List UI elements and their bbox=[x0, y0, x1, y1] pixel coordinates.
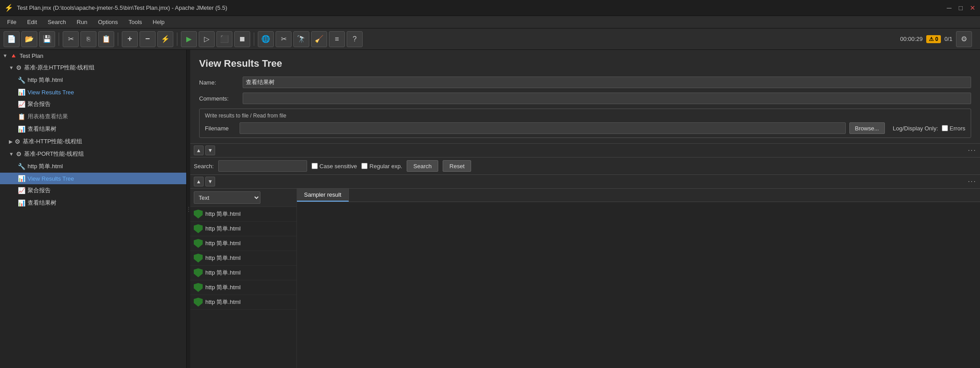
tree-item-view1[interactable]: 📊 查看结果树 bbox=[0, 123, 186, 135]
more-options-icon2[interactable]: ··· bbox=[968, 178, 976, 186]
play-button[interactable]: ▶ bbox=[181, 31, 197, 47]
regular-exp-checkbox[interactable] bbox=[361, 163, 368, 169]
stop-button[interactable]: ⏹ bbox=[234, 31, 250, 47]
regular-exp-label[interactable]: Regular exp. bbox=[361, 163, 402, 170]
separator-1 bbox=[59, 32, 59, 46]
result-item-6[interactable]: http 简单.html bbox=[190, 280, 296, 295]
minimize-button[interactable]: ─ bbox=[947, 4, 952, 12]
search-button[interactable]: Search bbox=[407, 160, 438, 172]
tree-item-http2[interactable]: 🔧 http 简单.html bbox=[0, 160, 186, 173]
cut-button[interactable]: ✂ bbox=[63, 31, 79, 47]
open-button[interactable]: 📂 bbox=[21, 31, 37, 47]
http2-label: http 简单.html bbox=[28, 162, 63, 170]
remove-button[interactable]: − bbox=[140, 31, 156, 47]
scissors-button[interactable]: ✂ bbox=[276, 31, 292, 47]
list-icon: ≡ bbox=[335, 35, 339, 43]
tree-item-testplan[interactable]: ▼ 🔺 Test Plan bbox=[0, 50, 186, 61]
tree-item-vrt2[interactable]: 📊 View Results Tree bbox=[0, 173, 186, 184]
tab-sampler-result[interactable]: Sampler result bbox=[297, 189, 349, 202]
save-icon: 💾 bbox=[43, 35, 52, 43]
new-icon: 📄 bbox=[7, 35, 16, 43]
tree-item-agg2[interactable]: 📈 聚合报告 bbox=[0, 184, 186, 197]
timer-area: 00:00:29 ⚠ 0 0/1 ⚙ bbox=[900, 31, 972, 47]
menu-tools[interactable]: Tools bbox=[124, 17, 146, 27]
tree-item-agg1[interactable]: 📈 聚合报告 bbox=[0, 98, 186, 110]
case-sensitive-checkbox[interactable] bbox=[312, 163, 318, 169]
fraction-value: 0/1 bbox=[944, 36, 952, 42]
nav-down-button2[interactable]: ▼ bbox=[205, 177, 215, 186]
toggle-button[interactable]: ⚡ bbox=[157, 31, 173, 47]
save-button[interactable]: 💾 bbox=[39, 31, 55, 47]
settings-button[interactable]: ⚙ bbox=[956, 31, 972, 47]
case-sensitive-label[interactable]: Case sensitive bbox=[312, 163, 357, 170]
result-item-3[interactable]: http 简单.html bbox=[190, 236, 296, 251]
close-button[interactable]: ✕ bbox=[970, 4, 976, 12]
tree-item-group1[interactable]: ▼ ⚙ 基准-原生HTTP性能-线程组 bbox=[0, 61, 186, 74]
drag-handle[interactable]: ⋮ bbox=[187, 50, 190, 368]
result-item-5[interactable]: http 简单.html bbox=[190, 266, 296, 280]
warning-badge: ⚠ 0 bbox=[926, 35, 941, 43]
result-label-3: http 简单.html bbox=[205, 239, 240, 247]
copy-button[interactable]: ⎘ bbox=[80, 31, 96, 47]
separator-2 bbox=[118, 32, 118, 46]
tree-item-view2[interactable]: 📊 查看结果树 bbox=[0, 197, 186, 209]
nav-up-button[interactable]: ▲ bbox=[194, 146, 204, 155]
comments-row: Comments: bbox=[199, 93, 971, 104]
binoculars-button[interactable]: 🔭 bbox=[293, 31, 309, 47]
result-item-7[interactable]: http 简单.html bbox=[190, 295, 296, 310]
maximize-button[interactable]: □ bbox=[959, 4, 963, 12]
expand-arrow-g3: ▼ bbox=[9, 151, 14, 157]
menu-options[interactable]: Options bbox=[93, 17, 122, 27]
paste-button[interactable]: 📋 bbox=[98, 31, 114, 47]
reset-button[interactable]: Reset bbox=[443, 160, 471, 172]
menu-search[interactable]: Search bbox=[43, 17, 70, 27]
play-no-pause-button[interactable]: ▷ bbox=[199, 31, 215, 47]
menu-help[interactable]: Help bbox=[148, 17, 169, 27]
text-format-select[interactable]: Text RegExp Tester CSS/JQuery Tester XPa… bbox=[194, 191, 260, 204]
tree-item-vrt1[interactable]: 📊 View Results Tree bbox=[0, 86, 186, 98]
nav-down-button[interactable]: ▼ bbox=[205, 146, 215, 155]
regular-exp-text: Regular exp. bbox=[369, 163, 402, 170]
more-options-icon[interactable]: ··· bbox=[968, 146, 976, 154]
menu-run[interactable]: Run bbox=[72, 17, 92, 27]
titlebar-controls[interactable]: ─ □ ✕ bbox=[947, 4, 976, 12]
menu-file[interactable]: File bbox=[3, 17, 21, 27]
titlebar: ⚡ Test Plan.jmx (D:\tools\apache-jmeter-… bbox=[0, 0, 980, 16]
search-input[interactable] bbox=[218, 160, 307, 172]
help-toolbar-button[interactable]: ? bbox=[347, 31, 363, 47]
menu-edit[interactable]: Edit bbox=[23, 17, 41, 27]
browse-button[interactable]: Browse... bbox=[849, 122, 885, 134]
errors-checkbox-label[interactable]: Errors bbox=[942, 125, 965, 132]
vrt2-label: View Results Tree bbox=[28, 175, 74, 182]
result-item-4[interactable]: http 简单.html bbox=[190, 251, 296, 266]
vrt1-label: View Results Tree bbox=[28, 89, 74, 96]
new-button[interactable]: 📄 bbox=[4, 31, 20, 47]
binoculars-icon: 🔭 bbox=[297, 35, 306, 43]
errors-label: Errors bbox=[950, 125, 965, 132]
tree-item-group3[interactable]: ▼ ⚙ 基准-PORT性能-线程组 bbox=[0, 148, 186, 160]
list-button[interactable]: ≡ bbox=[329, 31, 345, 47]
right-panel: View Results Tree Name: Comments: Write … bbox=[190, 50, 980, 368]
nav-up-button2[interactable]: ▲ bbox=[194, 177, 204, 186]
broom-button[interactable]: 🧹 bbox=[311, 31, 327, 47]
name-input[interactable] bbox=[243, 77, 971, 88]
add-button[interactable]: + bbox=[122, 31, 138, 47]
stop-all-button[interactable]: ⬛ bbox=[216, 31, 232, 47]
view2-label: 查看结果树 bbox=[28, 199, 56, 207]
result-item-2[interactable]: http 简单.html bbox=[190, 222, 296, 236]
comments-input[interactable] bbox=[243, 93, 971, 104]
result-text-area: Sampler result bbox=[297, 189, 980, 368]
remote-button[interactable]: 🌐 bbox=[258, 31, 274, 47]
errors-checkbox[interactable] bbox=[942, 125, 948, 131]
tree-item-group2[interactable]: ▶ ⚙ 基准-HTTP性能-线程组 bbox=[0, 135, 186, 148]
result-item-1[interactable]: http 简单.html bbox=[190, 207, 296, 222]
testplan-label: Test Plan bbox=[20, 53, 43, 59]
tree-item-http1[interactable]: 🔧 http 简单.html bbox=[0, 74, 186, 86]
copy-icon: ⎘ bbox=[87, 36, 90, 42]
vrt2-icon: 📊 bbox=[18, 175, 25, 182]
filename-input[interactable] bbox=[240, 122, 846, 134]
group1-label: 基准-原生HTTP性能-线程组 bbox=[24, 64, 95, 72]
file-section-legend: Write results to file / Read from file bbox=[205, 113, 965, 119]
tree-item-table1[interactable]: 📋 用表格查看结果 bbox=[0, 110, 186, 123]
scissors-icon: ✂ bbox=[281, 35, 287, 43]
